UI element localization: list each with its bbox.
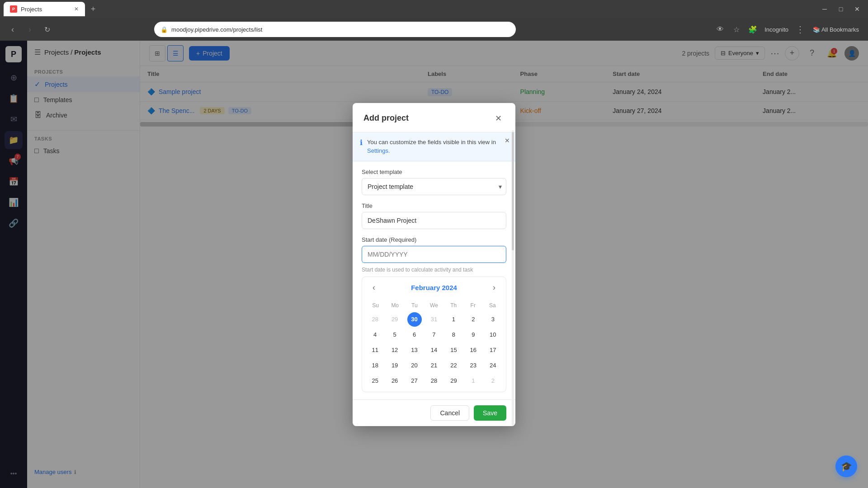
- start-date-hint: Start date is used to calculate activity…: [362, 267, 506, 273]
- address-text: moodjoy.pipedrive.com/projects/list: [171, 26, 262, 33]
- weekday-fr: Fr: [463, 300, 483, 310]
- start-date-label: Start date (Required): [362, 236, 506, 243]
- cal-day-1[interactable]: 1: [446, 312, 461, 327]
- tab-title: Projects: [21, 6, 42, 13]
- browser-tab[interactable]: P Projects ✕: [4, 2, 85, 16]
- calendar-month-title: February 2024: [411, 284, 457, 291]
- toolbar-right-actions: 👁 ☆ 🧩 Incognito ⋮ 📚 All Bookmarks: [713, 22, 863, 37]
- forward-button[interactable]: ›: [23, 22, 37, 37]
- calendar-header: ‹ February 2024 ›: [362, 277, 506, 299]
- calendar-days: 28 29 30 31 1 2 3 4 5 6 7 8: [366, 312, 502, 388]
- refresh-button[interactable]: ↻: [40, 22, 54, 37]
- cal-day-16[interactable]: 16: [466, 343, 481, 357]
- cal-day-18[interactable]: 18: [368, 358, 382, 373]
- cal-day-2[interactable]: 2: [466, 312, 481, 327]
- browser-menu-icon[interactable]: ⋮: [793, 22, 807, 37]
- modal-close-button[interactable]: ✕: [492, 112, 505, 125]
- cal-day-13[interactable]: 13: [407, 343, 422, 357]
- cal-day-15[interactable]: 15: [446, 343, 461, 357]
- cal-day-11[interactable]: 11: [368, 343, 382, 357]
- calendar-next-button[interactable]: ›: [488, 282, 500, 294]
- incognito-label: Incognito: [762, 26, 791, 33]
- template-label: Select template: [362, 169, 506, 175]
- cal-day-6[interactable]: 6: [407, 328, 422, 342]
- cal-day-1-next[interactable]: 1: [466, 374, 481, 388]
- minimize-button[interactable]: ─: [817, 5, 832, 14]
- cal-day-26[interactable]: 26: [387, 374, 402, 388]
- cal-day-22[interactable]: 22: [446, 358, 461, 373]
- title-label: Title: [362, 202, 506, 209]
- browser-chrome: P Projects ✕ + ─ □ ✕ ‹ › ↻ 🔒 moodjoy.pip…: [0, 0, 868, 41]
- cal-day-21[interactable]: 21: [427, 358, 441, 373]
- cal-day-7[interactable]: 7: [427, 328, 441, 342]
- cal-day-19[interactable]: 19: [387, 358, 402, 373]
- cal-day-9[interactable]: 9: [466, 328, 481, 342]
- new-tab-button[interactable]: +: [87, 3, 99, 15]
- cal-day-20[interactable]: 20: [407, 358, 422, 373]
- calendar-prev-button[interactable]: ‹: [368, 282, 380, 294]
- cal-day-28-prev[interactable]: 28: [368, 312, 382, 327]
- browser-toolbar: ‹ › ↻ 🔒 moodjoy.pipedrive.com/projects/l…: [0, 18, 868, 41]
- info-banner-settings-link[interactable]: Settings.: [367, 147, 390, 154]
- window-controls: ─ □ ✕: [817, 5, 864, 14]
- modal-form-body: Select template Project template ▾ Title: [353, 161, 515, 399]
- add-project-modal: Add project ✕ ℹ You can customize the fi…: [353, 103, 515, 426]
- address-bar[interactable]: 🔒 moodjoy.pipedrive.com/projects/list: [154, 22, 516, 37]
- cal-day-29[interactable]: 29: [446, 374, 461, 388]
- weekday-th: Th: [444, 300, 463, 310]
- weekday-su: Su: [366, 300, 385, 310]
- cal-day-5[interactable]: 5: [387, 328, 402, 342]
- info-banner-close-button[interactable]: ✕: [505, 137, 510, 144]
- title-input[interactable]: [362, 212, 506, 229]
- calendar-grid: Su Mo Tu We Th Fr Sa 28 29 30: [362, 299, 506, 392]
- weekday-sa: Sa: [483, 300, 502, 310]
- cal-day-12[interactable]: 12: [387, 343, 402, 357]
- cal-day-4[interactable]: 4: [368, 328, 382, 342]
- cal-day-28[interactable]: 28: [427, 374, 441, 388]
- cal-day-24[interactable]: 24: [486, 358, 500, 373]
- cal-day-3[interactable]: 3: [486, 312, 500, 327]
- calendar-weekdays: Su Mo Tu We Th Fr Sa: [366, 300, 502, 310]
- cal-day-8[interactable]: 8: [446, 328, 461, 342]
- template-select[interactable]: Project template: [362, 178, 506, 195]
- modal-header: Add project ✕: [353, 103, 515, 132]
- save-button[interactable]: Save: [474, 405, 506, 421]
- weekday-tu: Tu: [405, 300, 424, 310]
- start-date-field: Start date (Required): [362, 236, 506, 263]
- info-banner: ℹ You can customize the fields visible i…: [353, 132, 515, 161]
- cal-day-25[interactable]: 25: [368, 374, 382, 388]
- cal-day-27[interactable]: 27: [407, 374, 422, 388]
- cal-day-2-next[interactable]: 2: [486, 374, 500, 388]
- lock-icon: 🔒: [160, 26, 168, 33]
- modal-overlay[interactable]: Add project ✕ ℹ You can customize the fi…: [0, 41, 868, 488]
- back-button[interactable]: ‹: [5, 22, 20, 37]
- modal-scrollbar-track[interactable]: [512, 130, 514, 426]
- tab-close-icon[interactable]: ✕: [74, 6, 79, 12]
- graduation-cap-icon: 🎓: [841, 461, 852, 472]
- modal-footer: Cancel Save: [353, 399, 515, 426]
- cal-day-31-prev[interactable]: 31: [427, 312, 441, 327]
- cal-day-29-prev[interactable]: 29: [387, 312, 402, 327]
- bookmarks-icon[interactable]: 📚 All Bookmarks: [809, 24, 863, 35]
- cal-day-30-selected[interactable]: 30: [407, 312, 422, 327]
- help-floating-button[interactable]: 🎓: [835, 455, 857, 477]
- cal-day-23[interactable]: 23: [466, 358, 481, 373]
- template-select-wrapper: Project template ▾: [362, 178, 506, 195]
- extensions-icon[interactable]: 🧩: [745, 22, 760, 37]
- weekday-we: We: [424, 300, 443, 310]
- info-banner-icon: ℹ: [360, 138, 363, 147]
- cal-day-14[interactable]: 14: [427, 343, 441, 357]
- cal-day-17[interactable]: 17: [486, 343, 500, 357]
- browser-titlebar: P Projects ✕ + ─ □ ✕: [0, 0, 868, 18]
- close-window-button[interactable]: ✕: [850, 5, 864, 14]
- maximize-button[interactable]: □: [834, 5, 848, 14]
- tab-favicon: P: [10, 5, 17, 13]
- template-field: Select template Project template ▾: [362, 169, 506, 195]
- app-container: P ⊕ 📋 ✉ 📁 📢 7 📅 📊 🔗 ••• ☰ Projects / Pro…: [0, 41, 868, 488]
- cal-day-10[interactable]: 10: [486, 328, 500, 342]
- bookmark-star-icon[interactable]: ☆: [729, 22, 744, 37]
- calendar-container: ‹ February 2024 › Su Mo Tu We Th Fr Sa: [362, 277, 506, 392]
- cancel-button[interactable]: Cancel: [430, 405, 469, 421]
- eye-off-icon[interactable]: 👁: [713, 22, 727, 37]
- start-date-input[interactable]: [362, 246, 506, 263]
